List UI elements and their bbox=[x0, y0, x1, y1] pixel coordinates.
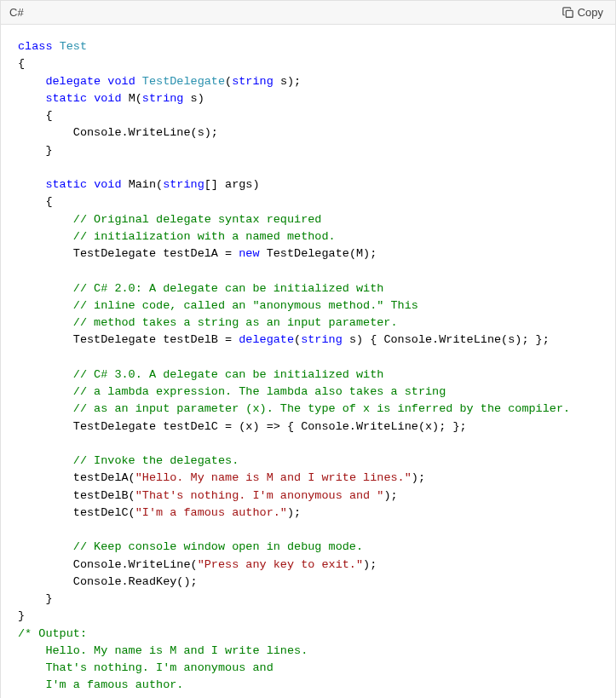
copy-button[interactable]: Copy bbox=[559, 4, 607, 20]
copy-label: Copy bbox=[578, 6, 603, 19]
code-header: C# Copy bbox=[1, 1, 615, 25]
language-label: C# bbox=[9, 6, 24, 19]
code-block: C# Copy class Test { delegate void TestD… bbox=[0, 0, 616, 698]
copy-icon bbox=[562, 7, 574, 19]
code-body: class Test { delegate void TestDelegate(… bbox=[1, 25, 615, 698]
svg-rect-0 bbox=[566, 10, 573, 17]
